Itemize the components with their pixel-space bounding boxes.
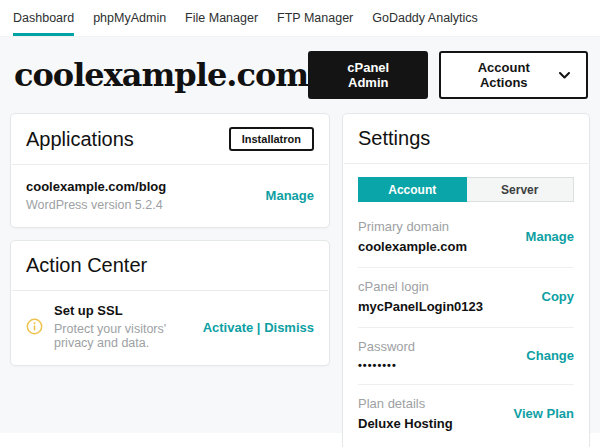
setting-value: mycPanelLogin0123 xyxy=(358,299,483,314)
applications-card: Applications Installatron coolexample.co… xyxy=(10,113,330,228)
chevron-down-icon xyxy=(559,72,570,79)
application-name: coolexample.com/blog xyxy=(26,179,166,194)
application-list-item: coolexample.com/blog WordPress version 5… xyxy=(11,165,329,227)
applications-title: Applications xyxy=(26,128,134,151)
setting-row-cpanel-login: cPanel login mycPanelLogin0123 Copy xyxy=(358,268,574,328)
settings-card: Settings Account Server Primary domain c… xyxy=(342,113,590,447)
setting-text: Primary domain coolexample.com xyxy=(358,219,467,254)
action-center-card: Action Center Set up SSL Protect your vi… xyxy=(10,240,330,366)
action-center-item: Set up SSL Protect your visitors' privac… xyxy=(11,291,329,365)
installatron-button[interactable]: Installatron xyxy=(229,127,314,151)
content-columns: Applications Installatron coolexample.co… xyxy=(10,113,590,447)
setting-label: Password xyxy=(358,339,415,354)
application-info: coolexample.com/blog WordPress version 5… xyxy=(26,179,166,212)
action-center-header: Action Center xyxy=(11,241,329,290)
info-icon xyxy=(26,318,43,335)
setting-value: coolexample.com xyxy=(358,239,467,254)
account-actions-label: Account Actions xyxy=(457,60,550,90)
page-title: coolexample.com xyxy=(14,56,308,94)
settings-title: Settings xyxy=(358,127,430,150)
applications-card-header: Applications Installatron xyxy=(11,114,329,164)
primary-domain-manage-link[interactable]: Manage xyxy=(526,229,574,244)
cpanel-login-copy-link[interactable]: Copy xyxy=(542,289,575,304)
application-version: WordPress version 5.2.4 xyxy=(26,198,166,212)
header-buttons: cPanel Admin Account Actions xyxy=(308,51,588,99)
setting-value: Deluxe Hosting xyxy=(358,416,453,431)
left-column: Applications Installatron coolexample.co… xyxy=(10,113,330,366)
settings-tabs: Account Server xyxy=(358,177,574,202)
setting-label: Primary domain xyxy=(358,219,467,234)
action-item-description: Protect your visitors' privacy and data. xyxy=(54,322,192,350)
dismiss-link[interactable]: Dismiss xyxy=(264,320,314,335)
right-column: Settings Account Server Primary domain c… xyxy=(342,113,590,447)
setting-text: Plan details Deluxe Hosting xyxy=(358,396,453,431)
action-item-links: Activate | Dismiss xyxy=(203,318,314,336)
tab-server[interactable]: Server xyxy=(467,177,575,202)
settings-header: Settings xyxy=(343,114,589,163)
activate-link[interactable]: Activate xyxy=(203,320,254,335)
divider xyxy=(344,163,588,164)
setting-label: Plan details xyxy=(358,396,453,411)
setting-text: cPanel login mycPanelLogin0123 xyxy=(358,279,483,314)
password-change-link[interactable]: Change xyxy=(526,348,574,363)
nav-tab-phpmyadmin[interactable]: phpMyAdmin xyxy=(93,0,166,36)
cpanel-admin-button[interactable]: cPanel Admin xyxy=(308,51,428,99)
action-item-title: Set up SSL xyxy=(54,303,192,318)
view-plan-link[interactable]: View Plan xyxy=(514,406,574,421)
setting-label: cPanel login xyxy=(358,279,483,294)
setting-row-plan-details: Plan details Deluxe Hosting View Plan xyxy=(358,385,574,447)
setting-value: •••••••• xyxy=(358,359,415,371)
tab-account[interactable]: Account xyxy=(358,177,467,202)
top-navigation: Dashboard phpMyAdmin File Manager FTP Ma… xyxy=(0,0,600,37)
nav-tab-godaddy-analytics[interactable]: GoDaddy Analytics xyxy=(372,0,478,36)
nav-tab-ftp-manager[interactable]: FTP Manager xyxy=(277,0,353,36)
nav-tab-file-manager[interactable]: File Manager xyxy=(185,0,258,36)
account-actions-button[interactable]: Account Actions xyxy=(439,51,588,99)
setting-row-primary-domain: Primary domain coolexample.com Manage xyxy=(358,208,574,268)
setting-row-password: Password •••••••• Change xyxy=(358,328,574,385)
action-center-title: Action Center xyxy=(26,254,147,277)
action-item-text: Set up SSL Protect your visitors' privac… xyxy=(54,303,192,350)
link-separator: | xyxy=(253,320,264,335)
setting-text: Password •••••••• xyxy=(358,339,415,371)
main-content: coolexample.com cPanel Admin Account Act… xyxy=(0,37,600,433)
page-header: coolexample.com cPanel Admin Account Act… xyxy=(10,47,590,99)
nav-tab-dashboard[interactable]: Dashboard xyxy=(13,0,74,36)
application-manage-link[interactable]: Manage xyxy=(266,188,314,203)
